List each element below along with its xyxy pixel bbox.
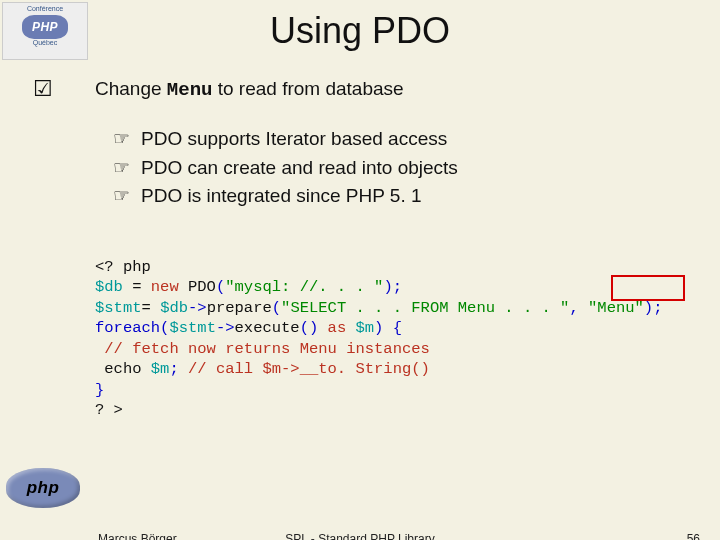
- code-brace: ) {: [374, 319, 402, 337]
- code-id: PDO: [179, 278, 216, 296]
- hand-icon: ☞: [113, 125, 130, 154]
- slide-title: Using PDO: [0, 10, 720, 52]
- bullet-text: PDO supports Iterator based access: [141, 128, 447, 149]
- code-op: =: [142, 299, 161, 317]
- code-id: execute: [235, 319, 300, 337]
- highlight-box: [611, 275, 685, 301]
- heading-pre: Change: [95, 78, 167, 99]
- heading-line: Change Menu to read from database: [95, 78, 705, 101]
- hand-icon: ☞: [113, 154, 130, 183]
- bullet-item: ☞ PDO is integrated since PHP 5. 1: [113, 182, 705, 211]
- code-tag: ? >: [95, 401, 123, 419]
- bullet-text: PDO can create and read into objects: [141, 157, 458, 178]
- heading-post: to read from database: [212, 78, 403, 99]
- code-kw: foreach(: [95, 319, 169, 337]
- code-op: ->: [216, 319, 235, 337]
- code-var: $m: [151, 360, 170, 378]
- checkmark-icon: ☑: [33, 76, 53, 102]
- code-str: "SELECT . . . FROM Menu . . . ": [281, 299, 569, 317]
- code-kw: echo: [95, 360, 151, 378]
- bullet-list: ☞ PDO supports Iterator based access ☞ P…: [113, 125, 705, 211]
- code-paren: (: [272, 299, 281, 317]
- code-kw: as: [328, 319, 356, 337]
- code-tag: <? php: [95, 258, 151, 276]
- code-str: "mysql: //. . . ": [225, 278, 383, 296]
- heading-mono: Menu: [167, 79, 213, 101]
- code-paren: );: [644, 299, 663, 317]
- footer-page: 56: [687, 532, 700, 540]
- code-paren: );: [383, 278, 402, 296]
- code-kw: new: [151, 278, 179, 296]
- code-id: prepare: [207, 299, 272, 317]
- slide-content: ☑ Change Menu to read from database ☞ PD…: [95, 78, 705, 461]
- code-block: <? php $db = new PDO("mysql: //. . . ");…: [95, 237, 705, 462]
- bullet-text: PDO is integrated since PHP 5. 1: [141, 185, 422, 206]
- code-comment: // fetch now returns Menu instances: [95, 340, 430, 358]
- bullet-item: ☞ PDO can create and read into objects: [113, 154, 705, 183]
- code-var: $m: [355, 319, 374, 337]
- code-var: $stmt: [169, 319, 216, 337]
- code-brace: }: [95, 381, 104, 399]
- code-str: "Menu": [588, 299, 644, 317]
- code-op: ,: [569, 299, 588, 317]
- code-op: ;: [169, 360, 188, 378]
- php-logo: php: [6, 468, 80, 508]
- bullet-item: ☞ PDO supports Iterator based access: [113, 125, 705, 154]
- code-comment: // call $m->__to. String(): [188, 360, 430, 378]
- code-op: ->: [188, 299, 207, 317]
- footer-title: SPL - Standard PHP Library: [0, 532, 720, 540]
- code-var: $db: [95, 278, 123, 296]
- hand-icon: ☞: [113, 182, 130, 211]
- code-var: $stmt: [95, 299, 142, 317]
- code-var: $db: [160, 299, 188, 317]
- code-paren: (: [216, 278, 225, 296]
- code-paren: (): [300, 319, 328, 337]
- code-op: =: [123, 278, 151, 296]
